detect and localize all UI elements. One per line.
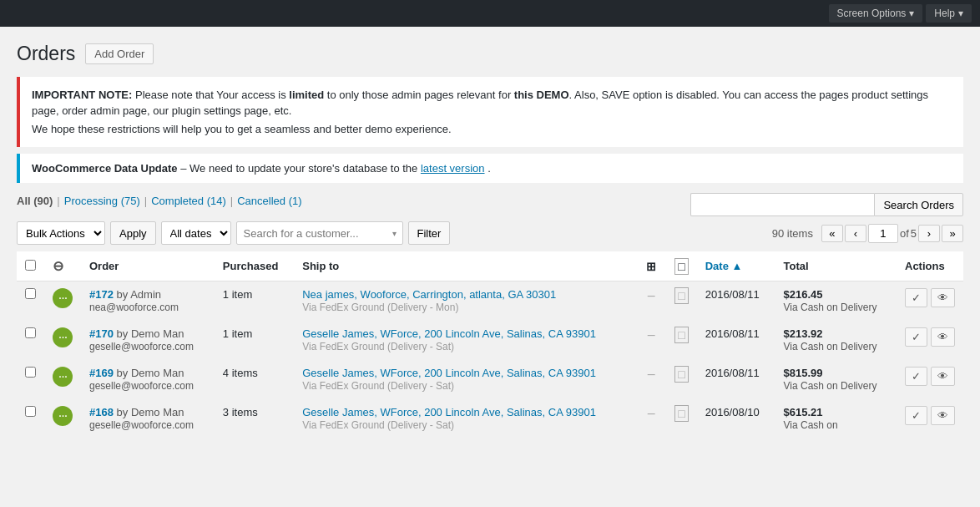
order-by: by Admin (117, 288, 161, 301)
row-actions-cell: ✓ 👁 (897, 360, 963, 399)
status-dots-icon: ··· (58, 370, 67, 383)
search-orders-button[interactable]: Search Orders (874, 193, 963, 216)
status-dot: ··· (53, 406, 73, 426)
row-total-cell: $615.21 Via Cash on (775, 399, 897, 439)
order-link[interactable]: #172 (89, 288, 114, 301)
row-total-via: Via Cash on (784, 419, 838, 431)
th-date[interactable]: Date ▲ (697, 251, 775, 281)
tab-cancelled: Cancelled (1) (237, 195, 301, 207)
row-view-button[interactable]: 👁 (931, 406, 955, 425)
prev-page-button[interactable]: ‹ (845, 225, 866, 242)
row-checkbox[interactable] (25, 327, 36, 338)
last-page-button[interactable]: » (942, 225, 963, 242)
tab-all: All (90) (17, 195, 53, 207)
row-order-cell: #169 by Demo Man geselle@wooforce.com (81, 360, 215, 399)
all-dates-select[interactable]: All dates (161, 221, 231, 245)
row-action-icons: ✓ 👁 (905, 288, 955, 307)
row-purchased-cell: 3 items (215, 399, 294, 439)
row-view-button[interactable]: 👁 (931, 367, 955, 386)
row-checkbox-cell (17, 399, 44, 439)
row-date[interactable]: 2016/08/10 (705, 406, 760, 418)
table-row: ··· #172 by Admin nea@wooforce.com 1 ite… (17, 281, 963, 321)
row-date-cell: 2016/08/10 (697, 399, 775, 439)
help-button[interactable]: Help ▾ (926, 4, 972, 23)
row-total-via: Via Cash on Delivery (784, 302, 877, 313)
row-ship-to-cell: Geselle James, WForce, 200 Lincoln Ave, … (294, 360, 636, 399)
th-date-sort-link[interactable]: Date ▲ (705, 260, 743, 272)
order-by: by Demo Man (117, 367, 184, 379)
of-label: of (900, 227, 909, 240)
tablenav-left: Bulk Actions Apply All dates ▾ Filter (17, 221, 450, 245)
select-all-checkbox[interactable] (25, 260, 36, 271)
status-dot: ··· (53, 327, 73, 347)
next-page-button[interactable]: › (918, 225, 940, 242)
ship-via: Via FedEx Ground (Delivery - Sat) (302, 419, 454, 431)
row-col5: – (636, 281, 666, 321)
important-note-label: IMPORTANT NOTE: (32, 89, 132, 101)
screen-options-arrow: ▾ (909, 8, 914, 19)
order-link[interactable]: #168 (89, 406, 114, 418)
main-content: Orders Add Order IMPORTANT NOTE: Please … (0, 27, 980, 455)
tab-completed-link[interactable]: Completed (14) (151, 195, 226, 207)
row-checkbox[interactable] (25, 288, 36, 299)
customer-search-input[interactable] (236, 221, 403, 245)
row-checkbox[interactable] (25, 367, 36, 378)
add-order-button[interactable]: Add Order (85, 43, 154, 64)
status-dots-icon: ··· (58, 331, 67, 344)
row-total-via: Via Cash on Delivery (784, 341, 877, 352)
table-row: ··· #170 by Demo Man geselle@wooforce.co… (17, 321, 963, 360)
search-orders-wrap: Search Orders (690, 193, 963, 216)
filter-button[interactable]: Filter (408, 221, 451, 245)
search-orders-input[interactable] (690, 193, 874, 216)
info-notice-text: WooCommerce Data Update – We need to upd… (32, 162, 952, 175)
items-count: 90 items (772, 227, 813, 240)
row-purchased: 1 item (223, 327, 252, 340)
row-date[interactable]: 2016/08/11 (705, 288, 760, 301)
row-status-cell: ··· (44, 399, 81, 439)
row-checkbox[interactable] (25, 406, 36, 417)
row-date[interactable]: 2016/08/11 (705, 367, 760, 379)
customer-search-wrap: ▾ (236, 221, 403, 245)
tablenav-top: Bulk Actions Apply All dates ▾ Filter 90… (17, 221, 963, 245)
row-complete-button[interactable]: ✓ (905, 367, 927, 386)
row-complete-button[interactable]: ✓ (905, 406, 927, 425)
th-ship-to: Ship to (294, 251, 636, 281)
pagination: « ‹ of 5 › » (821, 224, 963, 243)
row-col6: □ (666, 399, 696, 439)
tab-processing-link[interactable]: Processing (75) (64, 195, 140, 207)
th-purchased: Purchased (215, 251, 294, 281)
row-view-button[interactable]: 👁 (931, 327, 955, 347)
bulk-actions-select[interactable]: Bulk Actions (17, 221, 105, 245)
first-page-button[interactable]: « (821, 225, 843, 242)
row-date[interactable]: 2016/08/11 (705, 327, 760, 340)
status-dots-icon: ··· (58, 409, 67, 423)
row-checkbox-cell (17, 360, 44, 399)
latest-version-link[interactable]: latest version (421, 162, 485, 175)
ship-to-name: Geselle James, WForce, 200 Lincoln Ave, … (302, 406, 596, 418)
row-view-button[interactable]: 👁 (931, 288, 955, 307)
row-complete-button[interactable]: ✓ (905, 288, 927, 307)
apply-button[interactable]: Apply (110, 221, 156, 245)
info-notice-body: – We need to update your store's databas… (180, 162, 421, 175)
th-actions-label: Actions (905, 260, 945, 272)
order-email: geselle@wooforce.com (89, 380, 194, 392)
tab-all-link[interactable]: All (90) (17, 195, 53, 207)
table-row: ··· #169 by Demo Man geselle@wooforce.co… (17, 360, 963, 399)
order-link[interactable]: #170 (89, 327, 114, 340)
tab-cancelled-link[interactable]: Cancelled (1) (237, 195, 301, 207)
th-col5: ⊞ (636, 251, 666, 281)
row-ship-to-cell: Geselle James, WForce, 200 Lincoln Ave, … (294, 321, 636, 360)
ship-to-name: Nea james, Wooforce, Carrington, atlanta… (302, 288, 556, 301)
col5-icon: ⊞ (646, 260, 656, 273)
row-order-cell: #170 by Demo Man geselle@wooforce.com (81, 321, 215, 360)
page-input[interactable] (868, 224, 898, 243)
order-link[interactable]: #169 (89, 367, 114, 379)
copy-icon: □ (674, 405, 688, 422)
row-col5: – (636, 321, 666, 360)
table-row: ··· #168 by Demo Man geselle@wooforce.co… (17, 399, 963, 439)
col6-icon: □ (674, 258, 688, 275)
row-actions-cell: ✓ 👁 (897, 321, 963, 360)
row-complete-button[interactable]: ✓ (905, 327, 927, 347)
screen-options-button[interactable]: Screen Options ▾ (829, 4, 923, 23)
page-title-row: Orders Add Order (17, 35, 963, 67)
